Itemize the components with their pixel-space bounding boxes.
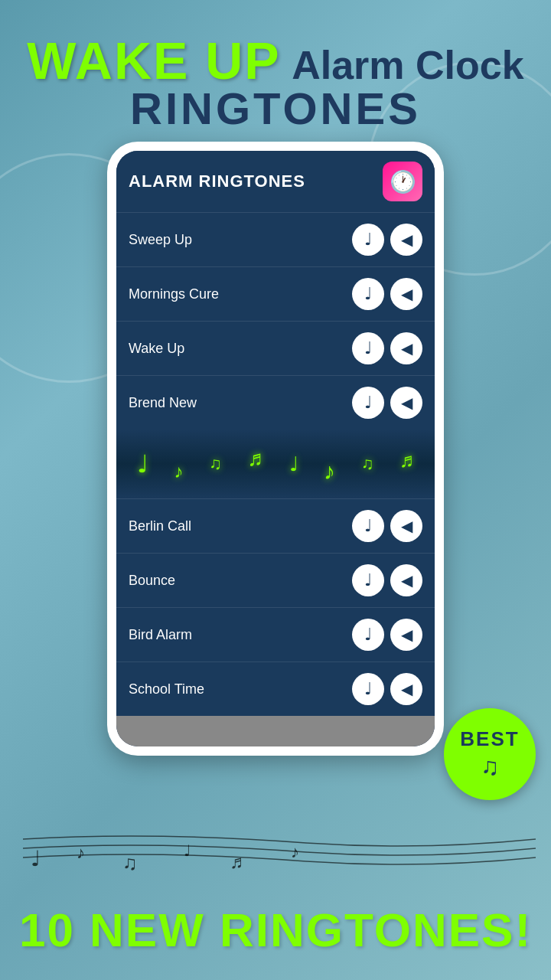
ringtone-row: Berlin Call ♩ ◀ xyxy=(116,498,435,553)
ringtone-name: Mornings Cure xyxy=(129,286,352,302)
ringtone-list: Sweep Up ♩ ◀ Mornings Cure ♩ ◀ Wake Up ♩… xyxy=(116,212,435,716)
row-buttons: ♩ ◀ xyxy=(352,387,422,419)
row-buttons: ♩ ◀ xyxy=(352,332,422,364)
music-notes-animation: ♩ ♪ ♫ ♬ ♩ ♪ ♫ ♬ xyxy=(116,430,435,498)
prev-button[interactable]: ◀ xyxy=(390,673,422,705)
best-badge: BEST ♫ xyxy=(444,708,536,800)
svg-text:♩: ♩ xyxy=(31,847,41,871)
play-button[interactable]: ♩ xyxy=(352,387,384,419)
music-note: ♪ xyxy=(174,461,183,482)
wake-up-text: WAKE UP xyxy=(27,31,280,90)
prev-button[interactable]: ◀ xyxy=(390,619,422,651)
prev-button[interactable]: ◀ xyxy=(390,332,422,364)
play-button[interactable]: ♩ xyxy=(352,619,384,651)
music-note: ♬ xyxy=(399,449,415,472)
row-buttons: ♩ ◀ xyxy=(352,673,422,705)
ringtone-name: Sweep Up xyxy=(129,232,352,248)
clock-app-icon[interactable]: 🕐 xyxy=(383,162,422,201)
ringtone-name: School Time xyxy=(129,681,352,697)
svg-text:♪: ♪ xyxy=(291,842,299,861)
play-button[interactable]: ♩ xyxy=(352,278,384,310)
phone-frame: ALARM RINGTONES 🕐 Sweep Up ♩ ◀ Mornings … xyxy=(107,142,444,756)
bottom-title: 10 NEW RINGTONES! xyxy=(0,903,551,957)
row-buttons: ♩ ◀ xyxy=(352,278,422,310)
alarm-clock-text: Alarm Clock xyxy=(292,43,523,87)
music-note: ♩ xyxy=(289,452,298,476)
svg-text:♪: ♪ xyxy=(77,843,85,862)
row-buttons: ♩ ◀ xyxy=(352,224,422,256)
play-button[interactable]: ♩ xyxy=(352,673,384,705)
ringtone-row: Mornings Cure ♩ ◀ xyxy=(116,266,435,321)
music-note: ♫ xyxy=(209,454,222,474)
ringtones-subtitle: RINGTONES xyxy=(0,83,551,134)
play-button[interactable]: ♩ xyxy=(352,564,384,596)
ringtone-row: Sweep Up ♩ ◀ xyxy=(116,212,435,266)
best-badge-text: BEST xyxy=(460,727,519,751)
ringtone-name: Brend New xyxy=(129,395,352,411)
ringtone-name: Bounce xyxy=(129,573,352,589)
row-buttons: ♩ ◀ xyxy=(352,619,422,651)
prev-button[interactable]: ◀ xyxy=(390,510,422,542)
row-buttons: ♩ ◀ xyxy=(352,564,422,596)
prev-button[interactable]: ◀ xyxy=(390,278,422,310)
music-note: ♫ xyxy=(361,454,374,474)
svg-text:♩: ♩ xyxy=(184,842,191,859)
phone-header: ALARM RINGTONES 🕐 xyxy=(116,151,435,212)
phone-screen: ALARM RINGTONES 🕐 Sweep Up ♩ ◀ Mornings … xyxy=(116,151,435,746)
play-button[interactable]: ♩ xyxy=(352,332,384,364)
ringtone-row: Wake Up ♩ ◀ xyxy=(116,321,435,375)
top-title-area: WAKE UP Alarm Clock RINGTONES xyxy=(0,31,551,134)
ringtone-name: Wake Up xyxy=(129,341,352,357)
music-note: ♪ xyxy=(324,459,335,485)
prev-button[interactable]: ◀ xyxy=(390,387,422,419)
ringtone-row: Bounce ♩ ◀ xyxy=(116,553,435,607)
music-staff-decoration: ♩ ♪ ♫ ♩ ♬ ♪ xyxy=(0,824,551,888)
play-button[interactable]: ♩ xyxy=(352,224,384,256)
music-note: ♩ xyxy=(137,449,148,479)
bottom-title-text: 10 NEW RINGTONES! xyxy=(19,903,532,956)
svg-text:♫: ♫ xyxy=(122,851,138,874)
music-note: ♬ xyxy=(247,446,263,471)
ringtone-name: Bird Alarm xyxy=(129,627,352,643)
ringtone-row: School Time ♩ ◀ xyxy=(116,662,435,716)
prev-button[interactable]: ◀ xyxy=(390,564,422,596)
header-title: ALARM RINGTONES xyxy=(129,172,305,191)
phone-bottom-bar xyxy=(116,716,435,746)
svg-text:♬: ♬ xyxy=(230,851,243,872)
row-buttons: ♩ ◀ xyxy=(352,510,422,542)
prev-button[interactable]: ◀ xyxy=(390,224,422,256)
ringtone-row: Brend New ♩ ◀ xyxy=(116,375,435,430)
ringtone-row: Bird Alarm ♩ ◀ xyxy=(116,607,435,662)
play-button[interactable]: ♩ xyxy=(352,510,384,542)
best-badge-icon: ♫ xyxy=(481,753,499,781)
ringtone-name: Berlin Call xyxy=(129,518,352,534)
